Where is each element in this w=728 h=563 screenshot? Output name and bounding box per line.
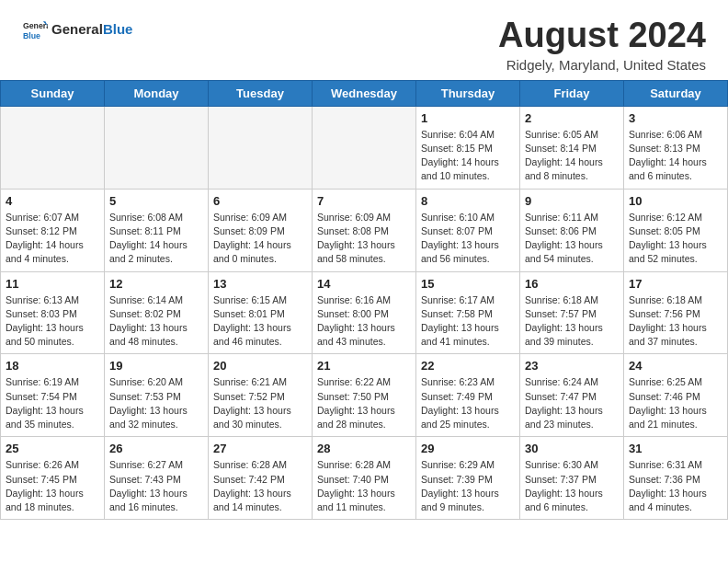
day-number: 21: [317, 359, 411, 373]
day-info: Sunrise: 6:29 AMSunset: 7:39 PMDaylight:…: [421, 458, 515, 514]
day-info: Sunrise: 6:12 AMSunset: 8:05 PMDaylight:…: [629, 211, 722, 267]
day-number: 26: [109, 442, 203, 455]
day-number: 6: [213, 194, 307, 208]
calendar-cell: 16Sunrise: 6:18 AMSunset: 7:57 PMDayligh…: [520, 271, 624, 354]
day-number: 17: [629, 277, 722, 291]
calendar-cell: 6Sunrise: 6:09 AMSunset: 8:09 PMDaylight…: [209, 189, 313, 271]
day-info: Sunrise: 6:14 AMSunset: 8:02 PMDaylight:…: [109, 293, 203, 350]
day-number: 13: [213, 277, 307, 291]
day-info: Sunrise: 6:31 AMSunset: 7:36 PMDaylight:…: [629, 458, 722, 514]
day-number: 11: [6, 277, 99, 291]
day-number: 22: [421, 359, 515, 373]
day-info: Sunrise: 6:10 AMSunset: 8:07 PMDaylight:…: [421, 211, 515, 267]
day-info: Sunrise: 6:18 AMSunset: 7:57 PMDaylight:…: [525, 293, 619, 350]
day-number: 25: [6, 442, 99, 455]
page-header: General Blue GeneralBlue August 2024 Rid…: [0, 0, 728, 80]
calendar-cell: 17Sunrise: 6:18 AMSunset: 7:56 PMDayligh…: [624, 271, 728, 354]
calendar-cell: 31Sunrise: 6:31 AMSunset: 7:36 PMDayligh…: [624, 437, 728, 520]
calendar-cell: 18Sunrise: 6:19 AMSunset: 7:54 PMDayligh…: [1, 354, 105, 437]
day-number: 16: [525, 277, 619, 291]
calendar-cell: 27Sunrise: 6:28 AMSunset: 7:42 PMDayligh…: [209, 437, 313, 520]
calendar-week-5: 25Sunrise: 6:26 AMSunset: 7:45 PMDayligh…: [1, 437, 728, 520]
calendar-cell: 9Sunrise: 6:11 AMSunset: 8:06 PMDaylight…: [520, 189, 624, 271]
calendar-cell: 23Sunrise: 6:24 AMSunset: 7:47 PMDayligh…: [520, 354, 624, 437]
calendar-cell: 20Sunrise: 6:21 AMSunset: 7:52 PMDayligh…: [209, 354, 313, 437]
subtitle: Ridgely, Maryland, United States: [498, 57, 706, 73]
day-info: Sunrise: 6:23 AMSunset: 7:49 PMDaylight:…: [421, 375, 515, 431]
calendar-cell: 1Sunrise: 6:04 AMSunset: 8:15 PMDaylight…: [416, 106, 520, 189]
day-number: 2: [525, 111, 619, 125]
calendar-cell: 14Sunrise: 6:16 AMSunset: 8:00 PMDayligh…: [313, 271, 416, 354]
calendar-week-2: 4Sunrise: 6:07 AMSunset: 8:12 PMDaylight…: [1, 189, 728, 271]
calendar-cell: 5Sunrise: 6:08 AMSunset: 8:11 PMDaylight…: [105, 189, 209, 271]
day-info: Sunrise: 6:07 AMSunset: 8:12 PMDaylight:…: [6, 211, 99, 267]
calendar-cell: [313, 106, 416, 189]
calendar-cell: 19Sunrise: 6:20 AMSunset: 7:53 PMDayligh…: [105, 354, 209, 437]
calendar-cell: 28Sunrise: 6:28 AMSunset: 7:40 PMDayligh…: [313, 437, 416, 520]
day-info: Sunrise: 6:25 AMSunset: 7:46 PMDaylight:…: [629, 375, 722, 431]
calendar-cell: 25Sunrise: 6:26 AMSunset: 7:45 PMDayligh…: [1, 437, 105, 520]
weekday-header-tuesday: Tuesday: [209, 80, 313, 106]
day-info: Sunrise: 6:11 AMSunset: 8:06 PMDaylight:…: [525, 211, 619, 267]
calendar-week-4: 18Sunrise: 6:19 AMSunset: 7:54 PMDayligh…: [1, 354, 728, 437]
svg-text:General: General: [23, 21, 48, 30]
weekday-header-monday: Monday: [105, 80, 209, 106]
title-area: August 2024 Ridgely, Maryland, United St…: [498, 17, 706, 73]
calendar-cell: 29Sunrise: 6:29 AMSunset: 7:39 PMDayligh…: [416, 437, 520, 520]
day-info: Sunrise: 6:17 AMSunset: 7:58 PMDaylight:…: [421, 293, 515, 350]
calendar-cell: 2Sunrise: 6:05 AMSunset: 8:14 PMDaylight…: [520, 106, 624, 189]
day-info: Sunrise: 6:22 AMSunset: 7:50 PMDaylight:…: [317, 375, 411, 431]
weekday-header-friday: Friday: [520, 80, 624, 106]
day-info: Sunrise: 6:20 AMSunset: 7:53 PMDaylight:…: [109, 375, 203, 431]
day-info: Sunrise: 6:05 AMSunset: 8:14 PMDaylight:…: [525, 128, 619, 184]
day-info: Sunrise: 6:09 AMSunset: 8:08 PMDaylight:…: [317, 211, 411, 267]
day-info: Sunrise: 6:08 AMSunset: 8:11 PMDaylight:…: [109, 211, 203, 267]
day-number: 29: [421, 442, 515, 455]
day-number: 24: [629, 359, 722, 373]
calendar-table: SundayMondayTuesdayWednesdayThursdayFrid…: [0, 80, 728, 520]
day-info: Sunrise: 6:18 AMSunset: 7:56 PMDaylight:…: [629, 293, 722, 350]
weekday-header-wednesday: Wednesday: [313, 80, 416, 106]
day-number: 8: [421, 194, 515, 208]
calendar-cell: [105, 106, 209, 189]
calendar-cell: 24Sunrise: 6:25 AMSunset: 7:46 PMDayligh…: [624, 354, 728, 437]
weekday-header-row: SundayMondayTuesdayWednesdayThursdayFrid…: [1, 80, 728, 106]
calendar-cell: 4Sunrise: 6:07 AMSunset: 8:12 PMDaylight…: [1, 189, 105, 271]
calendar-cell: [209, 106, 313, 189]
calendar-cell: 15Sunrise: 6:17 AMSunset: 7:58 PMDayligh…: [416, 271, 520, 354]
day-info: Sunrise: 6:04 AMSunset: 8:15 PMDaylight:…: [421, 128, 515, 184]
calendar-week-3: 11Sunrise: 6:13 AMSunset: 8:03 PMDayligh…: [1, 271, 728, 354]
calendar-cell: 30Sunrise: 6:30 AMSunset: 7:37 PMDayligh…: [520, 437, 624, 520]
day-number: 19: [109, 359, 203, 373]
day-info: Sunrise: 6:16 AMSunset: 8:00 PMDaylight:…: [317, 293, 411, 350]
calendar-cell: 12Sunrise: 6:14 AMSunset: 8:02 PMDayligh…: [105, 271, 209, 354]
calendar-cell: 10Sunrise: 6:12 AMSunset: 8:05 PMDayligh…: [624, 189, 728, 271]
day-info: Sunrise: 6:09 AMSunset: 8:09 PMDaylight:…: [213, 211, 307, 267]
day-info: Sunrise: 6:28 AMSunset: 7:40 PMDaylight:…: [317, 458, 411, 514]
weekday-header-saturday: Saturday: [624, 80, 728, 106]
day-number: 4: [6, 194, 99, 208]
calendar-week-1: 1Sunrise: 6:04 AMSunset: 8:15 PMDaylight…: [1, 106, 728, 189]
day-number: 30: [525, 442, 619, 455]
logo-blue-text: Blue: [103, 21, 133, 37]
weekday-header-thursday: Thursday: [416, 80, 520, 106]
day-info: Sunrise: 6:13 AMSunset: 8:03 PMDaylight:…: [6, 293, 99, 350]
svg-text:Blue: Blue: [23, 31, 40, 40]
day-number: 1: [421, 111, 515, 125]
day-number: 15: [421, 277, 515, 291]
logo-icon: General Blue: [22, 17, 48, 42]
day-number: 7: [317, 194, 411, 208]
day-number: 31: [629, 442, 722, 455]
day-info: Sunrise: 6:06 AMSunset: 8:13 PMDaylight:…: [629, 128, 722, 184]
day-number: 23: [525, 359, 619, 373]
day-number: 28: [317, 442, 411, 455]
weekday-header-sunday: Sunday: [1, 80, 105, 106]
calendar-cell: [1, 106, 105, 189]
calendar-cell: 7Sunrise: 6:09 AMSunset: 8:08 PMDaylight…: [313, 189, 416, 271]
day-number: 27: [213, 442, 307, 455]
day-info: Sunrise: 6:15 AMSunset: 8:01 PMDaylight:…: [213, 293, 307, 350]
calendar-cell: 11Sunrise: 6:13 AMSunset: 8:03 PMDayligh…: [1, 271, 105, 354]
day-number: 20: [213, 359, 307, 373]
day-number: 10: [629, 194, 722, 208]
day-info: Sunrise: 6:30 AMSunset: 7:37 PMDaylight:…: [525, 458, 619, 514]
